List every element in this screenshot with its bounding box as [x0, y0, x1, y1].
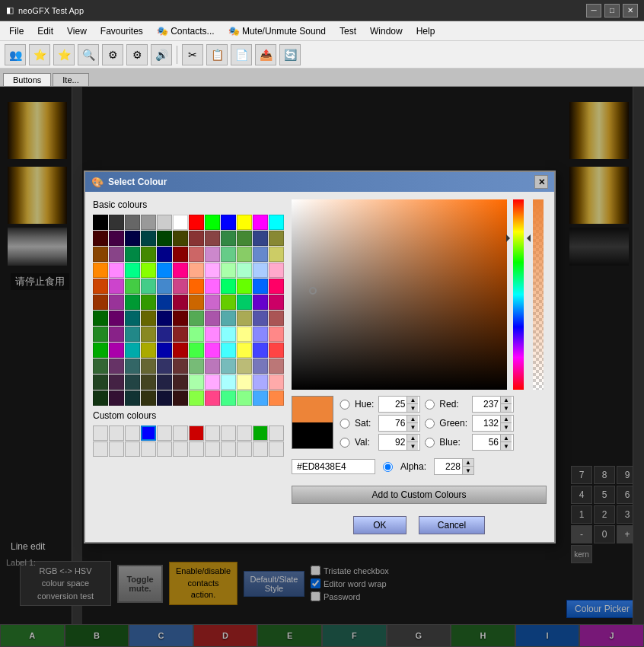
- basic-color-cell[interactable]: [189, 247, 204, 262]
- menu-mute[interactable]: 🎭 Mute/Unmute Sound: [222, 24, 332, 38]
- basic-color-cell[interactable]: [93, 311, 108, 326]
- val-input[interactable]: [379, 435, 406, 450]
- menu-window[interactable]: Window: [364, 24, 409, 38]
- blue-input[interactable]: [473, 435, 500, 450]
- alpha-spin-up[interactable]: ▲: [463, 459, 473, 467]
- basic-color-cell[interactable]: [157, 279, 172, 294]
- hue-input[interactable]: [379, 397, 406, 412]
- menu-favourites[interactable]: Favourites: [94, 24, 149, 38]
- basic-color-cell[interactable]: [269, 231, 284, 246]
- basic-color-cell[interactable]: [173, 215, 188, 230]
- custom-color-cell[interactable]: [237, 425, 252, 441]
- basic-color-cell[interactable]: [109, 390, 124, 406]
- basic-color-cell[interactable]: [157, 263, 172, 278]
- custom-color-cell[interactable]: [221, 425, 236, 441]
- basic-color-cell[interactable]: [157, 390, 172, 406]
- sat-input[interactable]: [379, 416, 406, 431]
- toolbar-icon-2[interactable]: ⭐: [29, 44, 50, 65]
- basic-color-cell[interactable]: [173, 327, 188, 342]
- custom-color-cell[interactable]: [93, 425, 108, 441]
- basic-color-cell[interactable]: [173, 374, 188, 390]
- basic-color-cell[interactable]: [141, 390, 156, 406]
- menu-test[interactable]: Test: [333, 24, 362, 38]
- basic-color-cell[interactable]: [237, 374, 252, 390]
- basic-color-cell[interactable]: [221, 295, 236, 310]
- basic-color-cell[interactable]: [93, 263, 108, 278]
- basic-color-cell[interactable]: [205, 263, 220, 278]
- add-to-custom-colours-button[interactable]: Add to Custom Colours: [292, 486, 547, 504]
- basic-color-cell[interactable]: [269, 295, 284, 310]
- basic-color-cell[interactable]: [269, 327, 284, 342]
- basic-color-cell[interactable]: [237, 247, 252, 262]
- basic-color-cell[interactable]: [221, 247, 236, 262]
- val-spin-up[interactable]: ▲: [407, 435, 418, 442]
- custom-color-cell[interactable]: [141, 425, 156, 441]
- basic-color-cell[interactable]: [237, 327, 252, 342]
- alpha-slider[interactable]: [533, 199, 544, 390]
- sat-radio[interactable]: [340, 419, 350, 429]
- alpha-radio[interactable]: [383, 462, 393, 472]
- toolbar-icon-8[interactable]: ✂: [182, 44, 203, 65]
- basic-color-cell[interactable]: [157, 247, 172, 262]
- red-input[interactable]: [473, 397, 500, 412]
- basic-color-cell[interactable]: [269, 263, 284, 278]
- custom-color-cell[interactable]: [125, 425, 140, 441]
- basic-color-cell[interactable]: [205, 374, 220, 390]
- basic-color-cell[interactable]: [269, 279, 284, 294]
- basic-color-cell[interactable]: [253, 279, 268, 294]
- basic-color-cell[interactable]: [93, 374, 108, 390]
- basic-color-cell[interactable]: [141, 327, 156, 342]
- basic-color-cell[interactable]: [93, 343, 108, 358]
- custom-color-cell[interactable]: [93, 441, 108, 457]
- basic-color-cell[interactable]: [189, 263, 204, 278]
- basic-color-cell[interactable]: [189, 390, 204, 406]
- basic-color-cell[interactable]: [189, 359, 204, 374]
- custom-color-cell[interactable]: [109, 441, 124, 457]
- basic-color-cell[interactable]: [157, 231, 172, 246]
- basic-color-cell[interactable]: [109, 374, 124, 390]
- basic-color-cell[interactable]: [253, 390, 268, 406]
- alpha-spin-down[interactable]: ▼: [463, 467, 473, 474]
- basic-color-cell[interactable]: [125, 295, 140, 310]
- toolbar-icon-12[interactable]: 🔄: [279, 44, 301, 65]
- basic-color-cell[interactable]: [109, 279, 124, 294]
- sat-spin-down[interactable]: ▼: [407, 423, 418, 431]
- basic-color-cell[interactable]: [173, 311, 188, 326]
- basic-color-cell[interactable]: [221, 263, 236, 278]
- basic-color-cell[interactable]: [93, 359, 108, 374]
- basic-color-cell[interactable]: [173, 231, 188, 246]
- toolbar-icon-3[interactable]: ⭐: [53, 44, 75, 65]
- toolbar-icon-7[interactable]: 🔊: [151, 44, 172, 65]
- toolbar-icon-6[interactable]: ⚙: [126, 44, 148, 65]
- basic-color-cell[interactable]: [125, 311, 140, 326]
- basic-color-cell[interactable]: [221, 390, 236, 406]
- close-button[interactable]: ✕: [623, 4, 638, 18]
- menu-edit[interactable]: Edit: [31, 24, 59, 38]
- basic-color-cell[interactable]: [125, 247, 140, 262]
- basic-color-cell[interactable]: [221, 359, 236, 374]
- basic-color-cell[interactable]: [237, 215, 252, 230]
- minimize-button[interactable]: ─: [586, 4, 601, 18]
- basic-color-cell[interactable]: [205, 231, 220, 246]
- custom-color-cell[interactable]: [125, 441, 140, 457]
- custom-color-cell[interactable]: [173, 425, 188, 441]
- custom-color-cell[interactable]: [157, 441, 172, 457]
- basic-color-cell[interactable]: [93, 231, 108, 246]
- menu-contacts[interactable]: 🎭 Contacts...: [151, 24, 221, 38]
- toolbar-icon-10[interactable]: 📄: [231, 44, 252, 65]
- toolbar-icon-5[interactable]: ⚙: [102, 44, 123, 65]
- basic-color-cell[interactable]: [173, 247, 188, 262]
- basic-color-cell[interactable]: [269, 215, 284, 230]
- basic-color-cell[interactable]: [269, 247, 284, 262]
- basic-color-cell[interactable]: [205, 327, 220, 342]
- basic-color-cell[interactable]: [109, 263, 124, 278]
- toolbar-icon-1[interactable]: 👥: [5, 44, 26, 65]
- basic-color-cell[interactable]: [205, 311, 220, 326]
- basic-color-cell[interactable]: [109, 231, 124, 246]
- basic-color-cell[interactable]: [253, 343, 268, 358]
- basic-color-cell[interactable]: [205, 359, 220, 374]
- sat-spin-up[interactable]: ▲: [407, 416, 418, 423]
- basic-color-cell[interactable]: [237, 390, 252, 406]
- basic-color-cell[interactable]: [237, 311, 252, 326]
- basic-color-cell[interactable]: [173, 295, 188, 310]
